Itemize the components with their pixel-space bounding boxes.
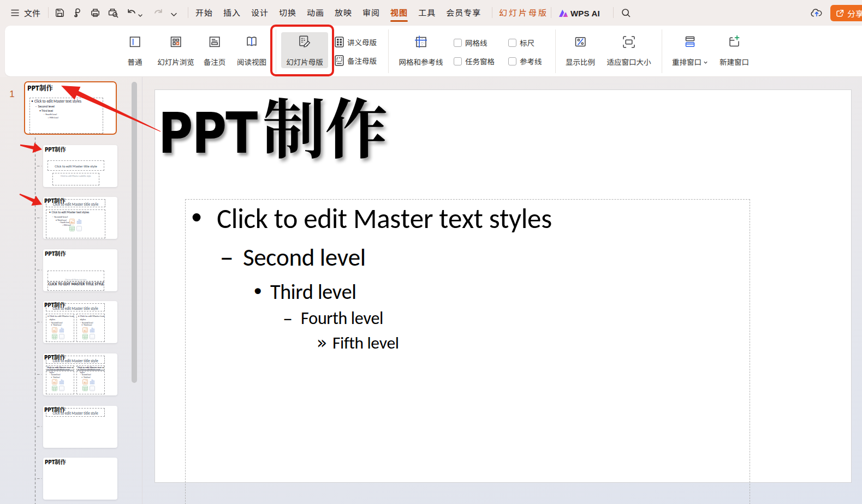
checkbox-label: 任务窗格 <box>465 56 495 67</box>
slide-title[interactable]: PPT制作 <box>158 89 388 160</box>
menu-6[interactable]: 放映 <box>335 0 352 26</box>
notes-master-icon <box>335 55 344 66</box>
export-pdf-icon[interactable] <box>72 8 82 18</box>
bullet-text: Click to edit Master text styles <box>217 205 552 232</box>
checkbox-row-3[interactable]: 标尺 <box>508 37 534 48</box>
arrange-windows-icon <box>683 35 697 49</box>
thumbnail-title: PPT制作 <box>44 302 66 308</box>
search-icon[interactable] <box>621 8 631 18</box>
wps-ai-label[interactable]: WPS AI <box>570 0 600 26</box>
bullet-marker: • <box>188 205 205 232</box>
separator <box>613 7 614 18</box>
bullet-text: Third level <box>270 281 356 302</box>
menu-10[interactable]: 会员专享 <box>446 0 481 26</box>
wps-ai-logo-icon[interactable] <box>558 8 569 19</box>
menu-3[interactable]: 设计 <box>251 0 269 26</box>
checkbox-label: 网格线 <box>465 37 488 48</box>
menu-5[interactable]: 动画 <box>307 0 324 26</box>
thumbnail-title: PPT制作 <box>44 197 66 204</box>
bullet-text: Fourth level <box>301 310 383 327</box>
bullet-marker: • <box>252 281 264 302</box>
slide-thumbnail-blank[interactable]: PPT制作 <box>43 458 117 500</box>
bullet-text: Fifth level <box>332 334 399 352</box>
handout-master-icon <box>335 37 344 47</box>
redo-icon <box>153 8 164 18</box>
slide-thumbnail-title-only[interactable]: Click to edit Master title stylePPT制作 <box>43 406 117 448</box>
view-mode-icon <box>208 35 222 49</box>
slide-thumbnail-title-content[interactable]: Click to edit Master title stylePPT制作•Cl… <box>43 197 117 239</box>
slide-title-cjk: 制作 <box>263 89 388 160</box>
grid-guides-button[interactable]: 网格和参考线 <box>394 26 448 76</box>
bullet-marker: – <box>283 310 292 327</box>
checkbox[interactable] <box>508 39 516 47</box>
print-icon[interactable] <box>90 8 100 18</box>
file-menu[interactable]: 文件 <box>24 0 40 26</box>
menu-2[interactable]: 插入 <box>223 0 241 26</box>
slide-number: 1 <box>8 89 16 100</box>
save-icon[interactable] <box>55 8 65 18</box>
view-mode-icon <box>245 35 259 49</box>
bullet-text: Second level <box>243 245 366 269</box>
grid-guides-icon <box>414 35 428 49</box>
menu-4[interactable]: 切换 <box>279 0 296 26</box>
checkbox-row-1[interactable]: 网格线 <box>454 37 488 48</box>
bullet-marker: – <box>221 245 233 269</box>
undo-dropdown-icon[interactable] <box>138 10 143 21</box>
context-tab-slide-master[interactable]: 幻灯片母版 <box>499 0 548 25</box>
slide-thumbnail-master[interactable]: PPT制作•Click to edit Master text styles–S… <box>24 81 117 135</box>
thumbnail-title: PPT制作 <box>45 459 66 465</box>
checkbox-label: 标尺 <box>520 37 534 48</box>
bullet-marker: » <box>317 334 327 352</box>
slide-thumbnail-comparison[interactable]: Click to edit Master title stylePPT制作Cli… <box>43 353 117 395</box>
arrange-windows-button[interactable]: 重排窗口 <box>667 26 713 76</box>
checkbox[interactable] <box>454 57 462 65</box>
view-mode-icon <box>169 35 183 49</box>
slide-thumbnail-two-content[interactable]: Click to edit Master title stylePPT制作•Cl… <box>43 301 117 343</box>
new-window-label: 新建窗口 <box>680 56 789 67</box>
share-button[interactable]: 分享 <box>830 5 862 21</box>
separator <box>188 7 188 18</box>
fit-window-button[interactable]: 适应窗口大小 <box>604 26 654 76</box>
slide-title-latin: PPT <box>158 98 257 169</box>
menu-1[interactable]: 开始 <box>195 0 213 26</box>
cloud-upload-icon[interactable] <box>811 8 823 18</box>
thumbnail-title: PPT制作 <box>27 84 53 92</box>
menu-7[interactable]: 审阅 <box>362 0 380 26</box>
titlebar: 文件 开始插入设计切换动画放映审阅视图工具会员专享 幻灯片母版 WPS AI 分… <box>0 0 862 26</box>
thumbnail-title: PPT制作 <box>44 406 66 413</box>
undo-icon[interactable] <box>126 8 136 18</box>
checkbox[interactable] <box>508 57 516 65</box>
view-mode-icon <box>128 35 142 49</box>
thumbnail-title: PPT制作 <box>44 354 66 361</box>
main-menu: 开始插入设计切换动画放映审阅视图工具会员专享 <box>195 0 481 26</box>
app-window: 文件 开始插入设计切换动画放映审阅视图工具会员专享 幻灯片母版 WPS AI 分… <box>0 0 862 504</box>
print-preview-icon[interactable] <box>108 8 119 18</box>
new-window-icon <box>728 35 741 49</box>
hamburger-menu-icon[interactable] <box>10 8 20 18</box>
toolbar-expand-icon[interactable] <box>170 9 178 20</box>
workspace: 1 PPT制作•Click to edit Master text styles… <box>0 77 862 504</box>
sidebar-scrollbar-thumb[interactable] <box>132 82 137 383</box>
panel-divider <box>142 77 142 504</box>
menu-9[interactable]: 工具 <box>418 0 436 26</box>
annotation-highlight-box <box>270 25 334 76</box>
thumbnail-title: PPT制作 <box>45 146 66 153</box>
ribbon-toolbar: 普通幻灯片浏览备注页阅读视图 幻灯片母版 讲义母版 备注母版 网格和参考线 网格… <box>5 26 862 76</box>
handout-master-button[interactable]: 讲义母版 <box>335 33 377 51</box>
slide-thumbnail-section-header[interactable]: PPT制作Click to edit Master text stylesCLI… <box>43 249 117 291</box>
checkbox-row-2[interactable]: 任务窗格 <box>454 56 495 67</box>
handout-master-label: 讲义母版 <box>347 37 377 47</box>
menu-8[interactable]: 视图 <box>390 0 408 26</box>
separator <box>492 7 492 18</box>
share-icon <box>835 9 845 18</box>
separator <box>551 7 551 18</box>
separator <box>48 7 49 18</box>
new-window-button[interactable]: 新建窗口 <box>712 26 756 76</box>
slide-thumbnail-title-slide[interactable]: PPT制作Click to edit Master title styleCli… <box>43 145 117 187</box>
checkbox[interactable] <box>454 39 462 47</box>
share-label: 分享 <box>847 8 862 19</box>
zoom-icon <box>574 35 587 49</box>
fit-window-icon <box>622 35 636 49</box>
zoom-button[interactable]: 显示比例 <box>558 26 602 76</box>
thumbnail-title: PPT制作 <box>45 250 66 257</box>
